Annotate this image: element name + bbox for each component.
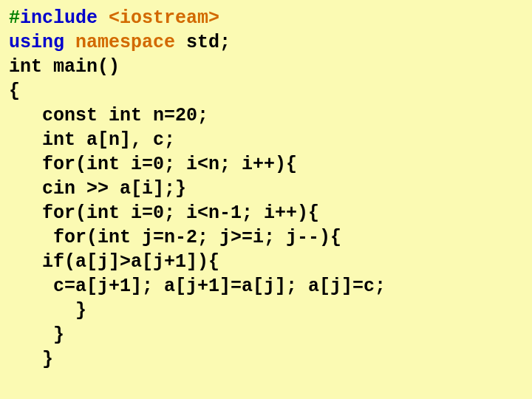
code-line-9: for(int i=0; i<n-1; i++){ — [9, 202, 319, 224]
code-line-7: for(int i=0; i<n; i++){ — [9, 154, 297, 175]
tok-using: using — [9, 32, 75, 53]
code-line-4: { — [9, 81, 20, 102]
code-line-3: int main() — [9, 56, 120, 78]
tok-std: std; — [186, 32, 231, 53]
tok-include: include — [20, 7, 109, 29]
code-line-13: } — [9, 300, 86, 321]
code-line-14: } — [9, 324, 64, 346]
code-line-10: for(int j=n-2; j>=i; j--){ — [9, 227, 341, 248]
code-line-5: const int n=20; — [9, 105, 208, 126]
tok-namespace: namespace — [75, 32, 186, 53]
code-line-8: cin >> a[i];} — [9, 178, 186, 200]
tok-hash: # — [9, 7, 20, 29]
code-line-15: } — [9, 349, 53, 370]
code-line-6: int a[n], c; — [9, 129, 175, 151]
code-snippet: #include <iostream> using namespace std;… — [0, 0, 532, 399]
tok-iostream: <iostream> — [109, 7, 219, 29]
code-line-11: if(a[j]>a[j+1]){ — [9, 251, 219, 273]
code-line-12: c=a[j+1]; a[j+1]=a[j]; a[j]=c; — [9, 276, 386, 297]
